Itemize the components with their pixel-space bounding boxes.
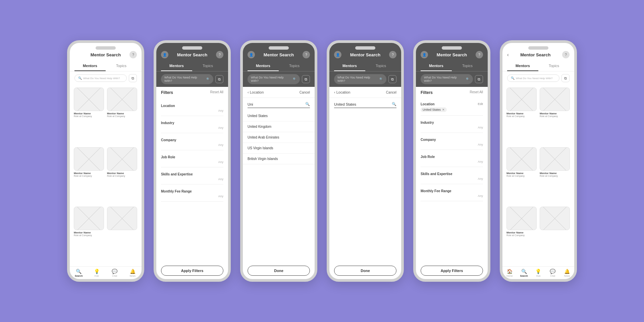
mentor-card-1-5[interactable]: Mentor Name Role at Company bbox=[72, 205, 106, 265]
tab-topics-4[interactable]: Topics bbox=[365, 61, 396, 71]
mentor-name-1-4: Mentor Name bbox=[107, 172, 124, 175]
apply-filters-btn-5[interactable]: Apply Filters bbox=[421, 266, 483, 276]
filter-btn-1[interactable]: ⧉ bbox=[129, 74, 137, 82]
mentor-name-1-3: Mentor Name bbox=[74, 172, 91, 175]
tab-topics-6[interactable]: Topics bbox=[538, 61, 570, 71]
help-icon-6[interactable]: ? bbox=[562, 51, 570, 58]
tab-mentors-4[interactable]: Mentors bbox=[334, 61, 365, 71]
location-option-bvi-3[interactable]: British Virgin Islands bbox=[243, 154, 315, 164]
nav-chat-1[interactable]: 💬 Chat bbox=[106, 269, 124, 277]
location-option-uae-3[interactable]: United Arab Emirates bbox=[243, 132, 315, 143]
phone-2: 👤 Mentor Search ? Mentors Topics What Do… bbox=[154, 40, 231, 282]
search-input-5[interactable]: What Do You Need Help With? 🔍 bbox=[421, 74, 473, 84]
cancel-btn-3[interactable]: Cancel bbox=[300, 91, 310, 94]
search-input-4[interactable]: What Do You Need Help With? 🔍 bbox=[334, 74, 386, 84]
filter-btn-2[interactable]: ⧉ bbox=[215, 75, 223, 83]
location-option-us-3[interactable]: United States bbox=[243, 111, 315, 121]
tab-mentors-3[interactable]: Mentors bbox=[248, 61, 279, 71]
done-btn-4[interactable]: Done bbox=[334, 266, 396, 276]
done-btn-3[interactable]: Done bbox=[248, 266, 310, 276]
search-input-1[interactable]: 🔍 What Do You Need Help With? bbox=[74, 74, 127, 82]
mentor-role-1-3: Role at Company bbox=[74, 175, 92, 177]
location-search-3[interactable]: Uni 🔍 bbox=[248, 101, 310, 108]
filter-jobrole-5[interactable]: Job Role Any bbox=[421, 150, 483, 167]
filter-fee-2[interactable]: Monthly Fee Range Any bbox=[161, 184, 223, 202]
location-option-uk-3[interactable]: United Kingdom bbox=[243, 121, 315, 132]
filter-btn-3[interactable]: ⧉ bbox=[302, 75, 310, 83]
help-icon-1[interactable]: ? bbox=[129, 51, 137, 58]
apply-filters-btn-2[interactable]: Apply Filters bbox=[161, 266, 223, 276]
nav-news-1[interactable]: 🔔 News bbox=[124, 269, 142, 277]
phone-2-header: 👤 Mentor Search ? bbox=[156, 43, 228, 61]
filter-btn-6[interactable]: ⧉ bbox=[561, 74, 570, 82]
filter-location-2[interactable]: Location Any bbox=[161, 99, 223, 116]
location-chip-5[interactable]: United States ✕ bbox=[421, 107, 447, 112]
filter-btn-5[interactable]: ⧉ bbox=[475, 75, 483, 83]
mentor-avatar-6-6 bbox=[540, 207, 570, 230]
location-search-4[interactable]: United States 🔍 bbox=[334, 101, 396, 108]
help-icon-3[interactable]: ? bbox=[303, 51, 310, 58]
avatar-icon-4[interactable]: 👤 bbox=[334, 51, 341, 58]
filter-company-5[interactable]: Company Any bbox=[421, 133, 483, 150]
nav-news-6[interactable]: 🔔 News bbox=[560, 269, 574, 277]
filter-industry-2[interactable]: Industry Any bbox=[161, 116, 223, 133]
phone-notch-3 bbox=[269, 46, 289, 50]
location-panel-3: ‹ Location Cancel Uni 🔍 United States Un… bbox=[243, 87, 315, 279]
tab-mentors-6[interactable]: Mentors bbox=[507, 61, 538, 71]
mentor-card-1-3[interactable]: Mentor Name Role at Company bbox=[72, 146, 106, 206]
mentor-card-6-3[interactable]: Mentor Name Role at Company bbox=[505, 146, 538, 206]
search-input-2[interactable]: What Do You Need Help With? 🔍 bbox=[161, 74, 213, 84]
filter-title-5: Filters bbox=[421, 90, 433, 95]
filter-location-edit-5[interactable]: Edit bbox=[478, 102, 483, 106]
mentor-avatar-6-5 bbox=[506, 207, 537, 230]
tab-mentors-5[interactable]: Mentors bbox=[421, 61, 452, 71]
avatar-icon-3[interactable]: 👤 bbox=[248, 51, 255, 58]
help-icon-5[interactable]: ? bbox=[476, 51, 483, 58]
nav-chat-label-1: Chat bbox=[112, 275, 117, 277]
tab-topics-2[interactable]: Topics bbox=[192, 61, 223, 71]
mentor-card-1-1[interactable]: Mentor Name Role at Company bbox=[72, 86, 106, 146]
mentor-card-6-2[interactable]: Mentor Name Role at Company bbox=[538, 86, 572, 146]
nav-home-6[interactable]: 🏠 Home bbox=[502, 269, 517, 277]
nav-search-1[interactable]: 🔍 Search bbox=[70, 269, 88, 277]
tab-mentors-1[interactable]: Mentors bbox=[74, 61, 106, 71]
filter-industry-5[interactable]: Industry Any bbox=[421, 116, 483, 133]
mentor-card-1-6[interactable] bbox=[106, 205, 139, 265]
location-back-3[interactable]: ‹ Location bbox=[248, 90, 264, 94]
filter-location-5[interactable]: Location Edit United States ✕ bbox=[421, 99, 483, 116]
tab-mentors-2[interactable]: Mentors bbox=[161, 61, 192, 71]
cancel-btn-4[interactable]: Cancel bbox=[386, 91, 396, 94]
help-icon-4[interactable]: ? bbox=[389, 51, 396, 58]
filter-skills-5[interactable]: Skills and Expertise Any bbox=[421, 167, 483, 184]
search-input-3[interactable]: What Do You Need Help With? 🔍 bbox=[248, 74, 300, 84]
tab-topics-5[interactable]: Topics bbox=[452, 61, 483, 71]
phone-4-search-row: What Do You Need Help With? 🔍 ⧉ bbox=[329, 71, 401, 87]
tab-topics-1[interactable]: Topics bbox=[106, 61, 137, 71]
mentor-card-1-4[interactable]: Mentor Name Role at Company bbox=[106, 146, 139, 206]
mentor-card-6-5[interactable]: Mentor Name Role at Company bbox=[505, 205, 538, 265]
phone-3-search-row: What Do You Need Help With? 🔍 ⧉ bbox=[243, 71, 315, 87]
filter-btn-4[interactable]: ⧉ bbox=[388, 75, 396, 83]
nav-chat-6[interactable]: 💬 Chat bbox=[545, 269, 560, 277]
filter-skills-2[interactable]: Skills and Expertise Any bbox=[161, 167, 223, 184]
nav-search-6[interactable]: 🔍 Search bbox=[517, 269, 531, 277]
avatar-icon-5[interactable]: 👤 bbox=[421, 51, 428, 58]
mentor-card-6-4[interactable]: Mentor Name Role at Company bbox=[538, 146, 572, 206]
avatar-icon-2[interactable]: 👤 bbox=[161, 51, 168, 58]
reset-all-5[interactable]: Reset All bbox=[470, 90, 483, 95]
filter-company-2[interactable]: Company Any bbox=[161, 133, 223, 150]
mentor-card-1-2[interactable]: Mentor Name Role at Company bbox=[106, 86, 139, 146]
tab-topics-3[interactable]: Topics bbox=[279, 61, 310, 71]
reset-all-2[interactable]: Reset All bbox=[210, 90, 223, 95]
mentor-card-6-6[interactable] bbox=[538, 205, 572, 265]
location-back-4[interactable]: ‹ Location bbox=[334, 90, 350, 94]
search-input-6[interactable]: 🔍 What Do You Need Help With? bbox=[507, 74, 559, 82]
mentor-card-6-1[interactable]: Mentor Name Role at Company bbox=[505, 86, 538, 146]
nav-hub-1[interactable]: 💡 Hub bbox=[88, 269, 106, 277]
chip-remove-5[interactable]: ✕ bbox=[442, 108, 445, 111]
filter-fee-5[interactable]: Monthly Fee Range Any bbox=[421, 184, 483, 201]
nav-hub-6[interactable]: 💡 Hub bbox=[531, 269, 546, 277]
location-option-usvi-3[interactable]: US Virgin Islands bbox=[243, 143, 315, 154]
help-icon-2[interactable]: ? bbox=[216, 51, 223, 58]
filter-jobrole-2[interactable]: Job Role Any bbox=[161, 150, 223, 167]
